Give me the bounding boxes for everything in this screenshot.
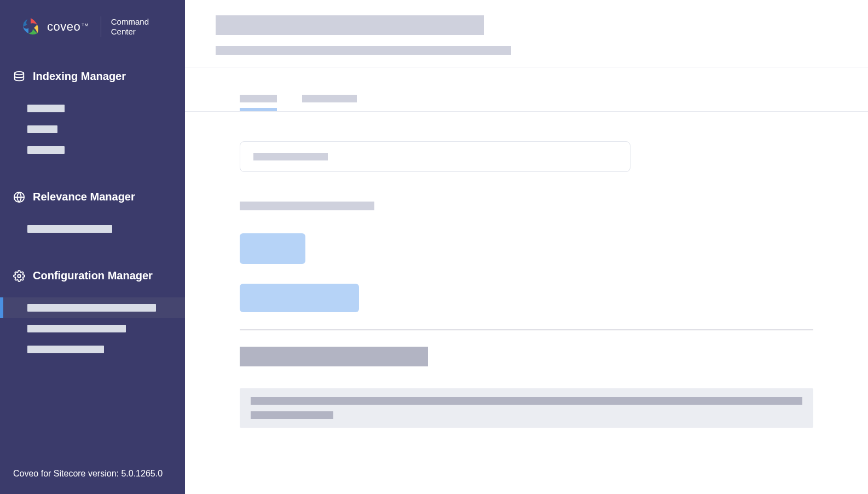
field-label-placeholder <box>240 202 374 210</box>
nav-section-configuration: Configuration Manager <box>0 264 185 360</box>
main-content <box>185 0 868 494</box>
nav-item[interactable] <box>27 98 185 119</box>
svg-point-2 <box>18 274 21 278</box>
nav-item-label-placeholder <box>27 125 57 133</box>
action-button-small[interactable] <box>240 233 305 264</box>
nav-item-active[interactable] <box>0 297 185 318</box>
brand-subtitle-line1: Command <box>111 17 149 27</box>
page-header <box>185 0 868 67</box>
page-subtitle-placeholder <box>216 46 511 55</box>
nav-items-relevance <box>0 219 185 239</box>
logo-divider <box>101 16 101 37</box>
nav-item[interactable] <box>27 119 185 140</box>
action-button-large[interactable] <box>240 284 359 312</box>
database-icon <box>13 71 25 83</box>
nav-item[interactable] <box>27 219 185 239</box>
tab-active[interactable] <box>240 95 277 111</box>
tab[interactable] <box>302 95 357 111</box>
nav-item-label-placeholder <box>27 105 65 112</box>
nav-item[interactable] <box>0 318 185 339</box>
nav-item[interactable] <box>27 140 185 160</box>
page-title-placeholder <box>216 15 484 35</box>
nav-items-indexing <box>0 98 185 160</box>
content-body <box>185 141 868 428</box>
nav-item-label-placeholder <box>27 325 126 332</box>
brand-tm: TM <box>82 22 89 27</box>
nav-item-label-placeholder <box>27 146 65 154</box>
tab-label-placeholder <box>240 95 277 102</box>
brand-subtitle: Command Center <box>111 17 149 37</box>
nav-header-indexing[interactable]: Indexing Manager <box>0 65 185 88</box>
nav-title-configuration: Configuration Manager <box>33 269 153 282</box>
nav-header-configuration[interactable]: Configuration Manager <box>0 264 185 288</box>
info-text-line <box>251 411 333 419</box>
nav-title-relevance: Relevance Manager <box>33 191 135 203</box>
brand-name: coveo TM <box>47 20 89 34</box>
nav-item[interactable] <box>0 339 185 360</box>
nav-items-configuration <box>0 297 185 360</box>
nav-item-label-placeholder <box>27 225 112 233</box>
logo-area: coveo TM Command Center <box>0 0 185 48</box>
nav-item-label-placeholder <box>27 304 156 312</box>
field-label <box>240 202 813 210</box>
coveo-logo-icon <box>21 17 40 37</box>
nav-section-relevance: Relevance Manager <box>0 185 185 239</box>
globe-icon <box>13 191 25 203</box>
nav-header-relevance[interactable]: Relevance Manager <box>0 185 185 209</box>
gear-icon <box>13 270 25 282</box>
section-heading <box>240 347 813 366</box>
tabs <box>185 67 868 112</box>
brand-subtitle-line2: Center <box>111 27 149 37</box>
nav-title-indexing: Indexing Manager <box>33 70 126 83</box>
tab-label-placeholder <box>302 95 357 102</box>
nav-item-label-placeholder <box>27 346 104 353</box>
info-panel <box>240 388 813 428</box>
nav-section-indexing: Indexing Manager <box>0 65 185 160</box>
svg-point-0 <box>15 71 24 74</box>
sidebar-footer: Coveo for Sitecore version: 5.0.1265.0 <box>13 469 163 479</box>
sidebar: coveo TM Command Center Indexing Manager <box>0 0 185 494</box>
input-placeholder <box>253 153 328 160</box>
section-heading-placeholder <box>240 347 428 366</box>
info-text-line <box>251 397 802 405</box>
section-divider <box>240 330 813 330</box>
text-input[interactable] <box>240 141 630 172</box>
brand-name-text: coveo <box>47 20 80 34</box>
